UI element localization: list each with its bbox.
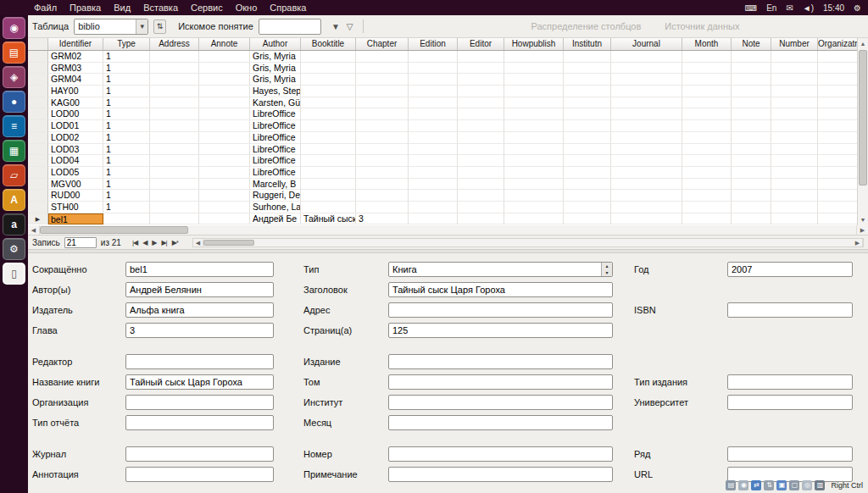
row-selector[interactable] (28, 51, 48, 63)
new-record-button[interactable]: ▶* (172, 239, 178, 246)
form-horizontal-scrollbar[interactable]: ◀ ▶ (192, 238, 864, 247)
scroll-right-icon[interactable]: ▶ (856, 225, 868, 235)
column-header-number[interactable]: Number (771, 38, 818, 50)
table-row[interactable]: GRM041Gris, Myria (28, 74, 868, 86)
form-field[interactable]: Тайный сыск Царя Гороха (125, 374, 274, 390)
search-input[interactable] (259, 19, 321, 35)
row-selector[interactable] (28, 132, 48, 144)
last-record-button[interactable]: ▶| (161, 239, 166, 246)
clock-indicator[interactable]: 15:40 (823, 3, 844, 13)
table-row[interactable]: KAG001Karsten, Gü (28, 97, 868, 109)
row-selector[interactable] (28, 190, 48, 202)
form-field[interactable] (125, 446, 274, 462)
menu-item-6[interactable]: Справка (270, 3, 306, 13)
column-header-booktitle[interactable]: Booktitle (301, 38, 356, 50)
table-row[interactable]: LOD031LibreOffice (28, 144, 868, 156)
scroll-up-icon[interactable]: ▲ (858, 38, 868, 49)
row-selector[interactable] (28, 167, 48, 179)
form-hscroll-track[interactable] (254, 239, 853, 246)
form-field[interactable] (727, 302, 853, 318)
row-selector[interactable] (28, 63, 48, 75)
input-language-indicator[interactable]: En (766, 3, 776, 13)
table-row[interactable]: GRM031Gris, Myria (28, 63, 868, 75)
dropdown-arrow-icon[interactable]: ▾ (136, 19, 147, 34)
table-row[interactable]: MGV001Marcelly, B (28, 179, 868, 191)
table-row[interactable]: RUD001Ruggeri, De (28, 190, 868, 202)
form-hscroll-thumb[interactable] (203, 240, 254, 246)
row-selector[interactable] (28, 179, 48, 191)
launcher-libreoffice-calc-icon[interactable]: ▦ (3, 140, 25, 162)
column-header-month[interactable]: Month (682, 38, 732, 50)
launcher-dash-icon[interactable]: ◉ (3, 17, 25, 39)
form-field[interactable]: 2007 (727, 262, 853, 277)
standard-filter-icon[interactable]: ▽ (347, 22, 353, 31)
mail-indicator-icon[interactable]: ✉ (786, 3, 793, 13)
spinner[interactable]: ▴▾ (601, 263, 612, 276)
form-field[interactable] (388, 415, 613, 430)
row-selector[interactable]: ▶ (28, 213, 48, 225)
form-field[interactable]: Андрей Белянин (125, 282, 274, 297)
form-field[interactable] (125, 467, 274, 482)
row-selector[interactable] (28, 144, 48, 156)
sort-updown-icon[interactable]: ⇅ (153, 19, 166, 34)
row-selector[interactable] (28, 202, 48, 213)
spin-down-icon[interactable]: ▾ (602, 269, 612, 276)
launcher-libreoffice-impress-icon[interactable]: ▱ (3, 164, 25, 186)
next-record-button[interactable]: ▶ (152, 239, 156, 246)
launcher-system-settings-icon[interactable]: ⚙ (3, 238, 25, 260)
row-selector[interactable] (28, 155, 48, 167)
column-header-howpublish[interactable]: Howpublish (504, 38, 564, 50)
form-field[interactable] (388, 467, 613, 482)
table-row[interactable]: LOD021LibreOffice (28, 132, 868, 144)
table-row[interactable]: LOD051LibreOffice (28, 167, 868, 179)
menu-item-2[interactable]: Вид (114, 3, 131, 13)
form-field[interactable] (125, 415, 274, 430)
form-field[interactable]: Альфа книга (125, 302, 274, 318)
row-selector[interactable] (28, 74, 48, 86)
row-selector[interactable] (28, 120, 48, 132)
scroll-left-icon[interactable]: ◀ (28, 225, 40, 235)
first-record-button[interactable]: |◀ (132, 239, 137, 246)
table-row[interactable]: GRM021Gris, Myria (28, 51, 868, 63)
launcher-firefox-icon[interactable]: ● (3, 91, 25, 113)
scroll-down-icon[interactable]: ▼ (858, 214, 868, 225)
column-header-chapter[interactable]: Chapter (356, 38, 409, 50)
column-header-type[interactable]: Type (103, 38, 150, 50)
column-header-institutn[interactable]: Institutn (564, 38, 611, 50)
record-number-input[interactable] (64, 237, 97, 248)
hscroll-track[interactable] (188, 225, 856, 235)
table-row[interactable]: LOD001LibreOffice (28, 108, 868, 120)
launcher-libreoffice-writer-icon[interactable]: ≡ (3, 115, 25, 137)
column-header-edition[interactable]: Edition (409, 38, 458, 50)
form-field[interactable]: 3 (125, 323, 274, 338)
launcher-amazon-icon[interactable]: a (3, 213, 25, 235)
row-selector[interactable] (28, 86, 48, 97)
form-scroll-left-icon[interactable]: ◀ (193, 239, 203, 246)
form-field[interactable]: 125 (388, 323, 613, 338)
table-row[interactable]: ▶bel1Андрей БеТайный сыск3 (28, 213, 868, 225)
menu-item-1[interactable]: Правка (70, 3, 101, 13)
menu-item-5[interactable]: Окно (236, 3, 258, 13)
column-header-note[interactable]: Note (732, 38, 771, 50)
table-row[interactable]: LOD041LibreOffice (28, 155, 868, 167)
form-field[interactable] (388, 354, 613, 369)
column-header-author[interactable]: Author (250, 38, 301, 50)
hscroll-thumb[interactable] (40, 226, 188, 234)
table-vertical-scrollbar[interactable]: ▲ ▼ (857, 38, 868, 225)
row-selector[interactable] (28, 108, 48, 120)
column-header-editor[interactable]: Editor (458, 38, 504, 50)
table-row[interactable]: LOD011LibreOffice (28, 120, 868, 132)
form-field[interactable] (388, 395, 613, 410)
table-row[interactable]: HAY001Hayes, Step (28, 86, 868, 97)
form-scroll-right-icon[interactable]: ▶ (853, 239, 863, 246)
form-field[interactable]: Книга▴▾ (388, 262, 613, 277)
form-field[interactable] (388, 446, 613, 462)
row-selector[interactable] (28, 97, 48, 109)
column-header-journal[interactable]: Journal (611, 38, 682, 50)
vscroll-thumb[interactable] (859, 50, 867, 186)
form-field[interactable] (727, 446, 853, 462)
form-field[interactable] (125, 354, 274, 369)
form-field[interactable] (727, 374, 853, 390)
form-field[interactable] (125, 395, 274, 410)
spin-up-icon[interactable]: ▴ (602, 263, 612, 269)
